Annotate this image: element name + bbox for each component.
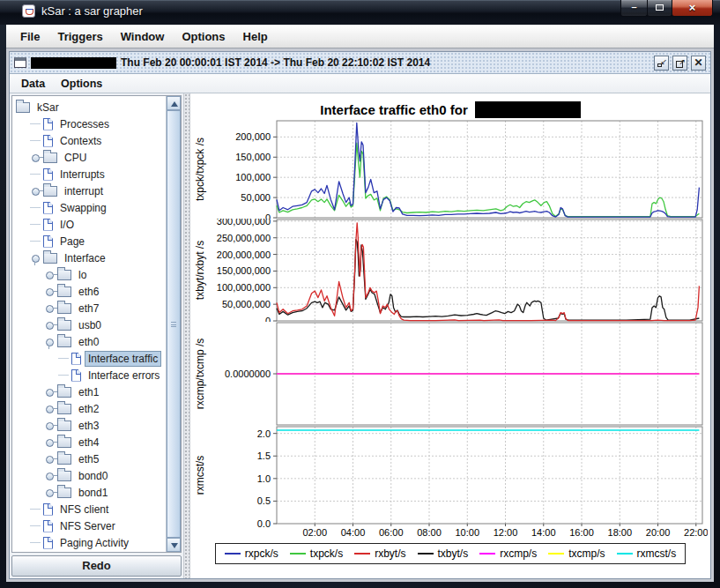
tree-item-label[interactable]: eth7 — [76, 301, 101, 316]
tree-item-contexts[interactable]: Contexts — [12, 132, 166, 149]
tree-item-interface-errors[interactable]: Interface errors — [12, 367, 166, 383]
tree-item-i-o[interactable]: I/O — [12, 216, 166, 233]
expand-knob-icon[interactable] — [30, 187, 42, 195]
tree-item-bond0[interactable]: bond0 — [12, 467, 166, 484]
tree-item-swapping[interactable]: Swapping — [12, 199, 166, 216]
tree-item-label[interactable]: Processes — [57, 117, 112, 131]
menu-options[interactable]: Options — [173, 26, 234, 47]
expand-knob-icon[interactable] — [44, 438, 56, 446]
tree-item-label[interactable]: eth2 — [76, 402, 101, 416]
tree-item-label[interactable]: Paging Activity — [57, 536, 131, 550]
folder-icon — [57, 471, 71, 481]
maximize-button[interactable] — [647, 0, 672, 17]
frame-iconify-button[interactable]: ↙ — [654, 56, 669, 71]
tree-item-label[interactable]: interrupt — [62, 184, 106, 198]
tree-item-cpu[interactable]: CPU — [12, 149, 166, 166]
expand-knob-icon[interactable] — [44, 421, 56, 429]
tree-item-label[interactable]: Interface traffic — [85, 352, 160, 366]
minimize-button[interactable]: – — [620, 0, 648, 17]
expand-knob-icon[interactable] — [44, 405, 56, 413]
tree-item-label[interactable]: eth4 — [76, 435, 101, 450]
expand-knob-icon[interactable] — [44, 304, 56, 312]
split-pane-divider[interactable] — [183, 93, 190, 578]
tree-item-label[interactable]: kSar — [34, 100, 62, 115]
expand-knob-icon[interactable] — [30, 153, 42, 161]
tree-item-interface[interactable]: Interface — [12, 249, 166, 266]
expand-knob-icon[interactable] — [44, 472, 56, 480]
scrollbar-track[interactable] — [167, 110, 181, 538]
tree-item-label[interactable]: CPU — [62, 151, 89, 165]
internal-frame-menubar: DataOptions — [10, 74, 710, 93]
close-button[interactable]: × — [672, 0, 713, 17]
menu-window[interactable]: Window — [112, 26, 174, 47]
tree-item-label[interactable]: lo — [76, 268, 89, 282]
tree-item-label[interactable]: eth1 — [76, 385, 101, 399]
expand-knob-icon[interactable] — [44, 287, 56, 295]
tree-item-eth2[interactable]: eth2 — [12, 400, 166, 417]
collapse-knob-icon[interactable] — [30, 254, 42, 262]
expand-knob-icon[interactable] — [44, 271, 56, 279]
tree-item-nfs-server[interactable]: NFS Server — [12, 517, 166, 534]
tree-item-bond1[interactable]: bond1 — [12, 484, 166, 501]
tree-item-label[interactable]: Interface — [62, 251, 108, 265]
tree-item-usb0[interactable]: usb0 — [12, 316, 166, 333]
frame-menu-data[interactable]: Data — [13, 76, 53, 92]
tree-item-ksar[interactable]: kSar — [12, 99, 166, 115]
tree-item-label[interactable]: I/O — [57, 218, 77, 232]
tree-item-eth4[interactable]: eth4 — [12, 434, 166, 450]
expand-knob-icon[interactable] — [44, 455, 56, 463]
svg-text:100,000,000: 100,000,000 — [217, 282, 271, 293]
tree-item-label[interactable]: bond1 — [76, 486, 110, 500]
tree-panel: kSarProcessesContextsCPUInterruptsinterr… — [10, 93, 183, 578]
expand-knob-icon[interactable] — [44, 388, 56, 396]
tree-item-label[interactable]: Interrupts — [57, 167, 108, 182]
menu-file[interactable]: File — [11, 26, 48, 47]
tree-item-label[interactable]: Contexts — [57, 134, 104, 148]
tree-item-interrupts[interactable]: Interrupts — [12, 166, 166, 182]
tree-item-label[interactable]: usb0 — [76, 318, 104, 332]
svg-text:14:00: 14:00 — [531, 527, 556, 538]
tree-item-label[interactable]: eth3 — [76, 419, 101, 433]
tree-item-eth0[interactable]: eth0 — [12, 333, 166, 350]
menu-triggers[interactable]: Triggers — [48, 26, 111, 47]
tree-scrollbar[interactable] — [166, 96, 181, 552]
tree-item-eth7[interactable]: eth7 — [12, 300, 166, 316]
tree-item-nfs-client[interactable]: NFS client — [12, 501, 166, 517]
iconify-arrow-icon: ↙ — [660, 56, 667, 69]
document-icon — [43, 537, 53, 549]
scroll-down-button[interactable] — [167, 538, 181, 552]
tree-item-label[interactable]: eth5 — [76, 452, 101, 466]
internal-frame-titlebar[interactable]: Thu Feb 20 00:00:01 IST 2014 -> Thu Feb … — [10, 52, 710, 74]
frame-menu-options[interactable]: Options — [53, 76, 110, 92]
tree-item-eth1[interactable]: eth1 — [12, 383, 166, 400]
tree-item-label[interactable]: Interface errors — [85, 368, 162, 383]
window-titlebar[interactable]: kSar : a sar grapher – × — [0, 0, 720, 25]
tree-item-eth5[interactable]: eth5 — [12, 450, 166, 467]
tree-item-eth3[interactable]: eth3 — [12, 417, 166, 434]
tree-item-label[interactable]: eth6 — [76, 285, 101, 299]
tree-item-label[interactable]: eth0 — [76, 335, 101, 349]
tree-item-label[interactable]: Page — [57, 234, 87, 249]
collapse-knob-icon[interactable] — [44, 338, 56, 346]
tree-item-label[interactable]: NFS Server — [57, 519, 118, 533]
scrollbar-thumb[interactable] — [167, 110, 181, 538]
tree-item-page[interactable]: Page — [12, 233, 166, 249]
tree-item-lo[interactable]: lo — [12, 266, 166, 283]
tree-item-eth6[interactable]: eth6 — [12, 283, 166, 300]
tree-item-processes[interactable]: Processes — [12, 115, 166, 132]
expand-knob-icon[interactable] — [44, 321, 56, 329]
menu-help[interactable]: Help — [234, 26, 277, 47]
sar-tree: kSarProcessesContextsCPUInterruptsinterr… — [12, 96, 166, 552]
tree-item-label[interactable]: Swapping — [57, 201, 109, 215]
frame-maximize-button[interactable]: ↗ — [672, 56, 687, 71]
redo-button[interactable]: Redo — [11, 555, 182, 577]
tree-item-label[interactable]: NFS client — [57, 502, 111, 517]
tree-item-label[interactable]: bond0 — [76, 469, 110, 483]
tree-item-paging-activity[interactable]: Paging Activity — [12, 534, 166, 551]
frame-close-button[interactable]: ✕ — [691, 56, 706, 71]
tree-item-interrupt[interactable]: interrupt — [12, 182, 166, 199]
tree-item-interface-traffic[interactable]: Interface traffic — [12, 350, 166, 367]
expand-knob-icon[interactable] — [44, 488, 56, 496]
scroll-up-button[interactable] — [167, 96, 181, 110]
tree-item-clipped[interactable] — [12, 551, 166, 552]
